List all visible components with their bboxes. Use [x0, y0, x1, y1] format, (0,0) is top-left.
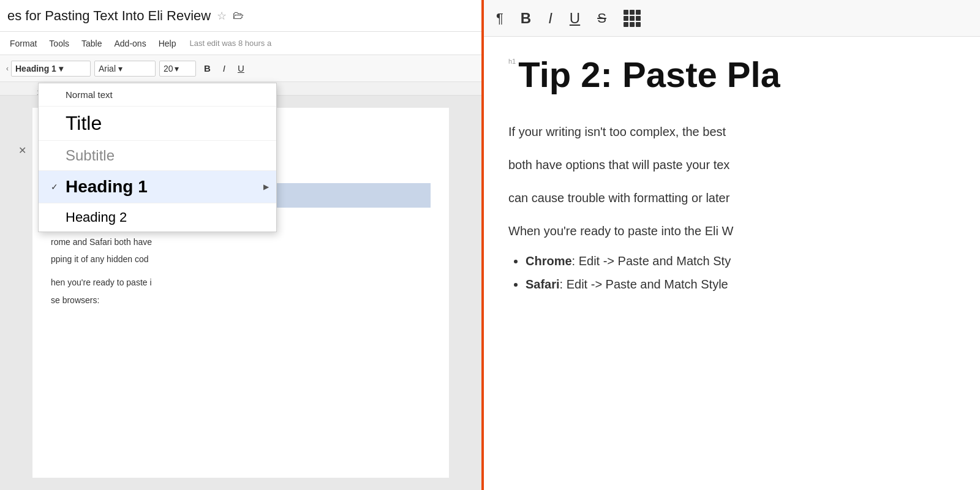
right-content-area: h1 Tip 2: Paste Pla If your writing isn'… — [484, 37, 980, 490]
font-size-label: 20 — [164, 64, 173, 74]
right-italic-button[interactable]: I — [548, 10, 552, 27]
menu-help[interactable]: Help — [154, 36, 181, 51]
bullet-bold-chrome: Chrome — [526, 254, 572, 268]
italic-button[interactable]: I — [219, 61, 230, 76]
bullet-rest-chrome: : Edit -> Paste and Match Sty — [572, 254, 731, 268]
font-dropdown-label: Arial — [99, 64, 116, 74]
google-docs-panel: es for Pasting Text Into Eli Review ☆ 🗁 … — [0, 0, 484, 490]
grid-dot — [624, 16, 628, 21]
dropdown-h2-label: Heading 2 — [66, 209, 127, 225]
title-bar: es for Pasting Text Into Eli Review ☆ 🗁 — [0, 0, 481, 32]
formatting-toolbar: ‹ Heading 1 ▾ Arial ▾ 20 ▾ B I U — [0, 55, 481, 82]
grid-dot — [630, 22, 635, 27]
dropdown-item-h1[interactable]: ✓ Heading 1 ▶ — [39, 171, 276, 203]
menu-bar: Format Tools Table Add-ons Help Last edi… — [0, 32, 481, 55]
right-toolbar: ¶ B I U S — [484, 0, 980, 37]
bullet-bold-safari: Safari — [526, 277, 560, 291]
heading-container: h1 Tip 2: Paste Pla — [508, 55, 956, 111]
doc-line: rome and Safari both have — [51, 235, 431, 249]
paragraph-icon[interactable]: ¶ — [496, 10, 503, 26]
right-body-para2: both have options that will paste your t… — [508, 154, 956, 175]
font-dropdown-chevron: ▾ — [118, 64, 123, 74]
document-title: es for Pasting Text Into Eli Review — [7, 8, 211, 24]
grid-dot — [624, 22, 628, 27]
dropdown-title-label: Title — [66, 113, 102, 134]
doc-line: pping it of any hidden cod — [51, 252, 431, 266]
grid-dot — [636, 22, 641, 27]
dropdown-subtitle-label: Subtitle — [66, 147, 115, 164]
grid-dot — [636, 16, 641, 21]
list-item: Safari: Edit -> Paste and Match Style — [526, 274, 956, 294]
doc-line: hen you're ready to paste i — [51, 276, 431, 289]
grid-icon[interactable] — [624, 10, 641, 27]
dropdown-normal-label: Normal text — [66, 89, 113, 100]
h1-label: h1 — [508, 58, 516, 65]
grid-dot — [630, 10, 635, 15]
bullet-list: Chrome: Edit -> Paste and Match Sty Safa… — [508, 251, 956, 294]
bullet-rest-safari: : Edit -> Paste and Match Style — [560, 277, 728, 291]
style-dropdown-button[interactable]: Heading 1 ▾ — [11, 61, 91, 77]
right-strike-button[interactable]: S — [597, 10, 606, 26]
dropdown-item-h2[interactable]: Heading 2 — [39, 203, 276, 232]
right-bold-button[interactable]: B — [521, 10, 531, 27]
grid-dot — [636, 10, 641, 15]
last-edit-status: Last edit was 8 hours a — [189, 39, 271, 48]
folder-icon[interactable]: 🗁 — [233, 9, 244, 22]
right-body-para4: When you're ready to paste into the Eli … — [508, 221, 956, 241]
font-size-dropdown[interactable]: 20 ▾ — [159, 61, 196, 77]
dropdown-item-subtitle[interactable]: Subtitle — [39, 141, 276, 171]
style-dropdown-label: Heading 1 — [15, 64, 56, 74]
style-dropdown-menu: Normal text Title Subtitle ✓ Heading 1 ▶… — [38, 83, 277, 232]
menu-table[interactable]: Table — [77, 36, 107, 51]
font-size-chevron: ▾ — [175, 64, 179, 74]
style-dropdown-chevron: ▾ — [59, 64, 63, 74]
menu-tools[interactable]: Tools — [44, 36, 74, 51]
dropdown-item-title[interactable]: Title — [39, 107, 276, 141]
list-item: Chrome: Edit -> Paste and Match Sty — [526, 251, 956, 271]
dropdown-h1-label: Heading 1 — [66, 177, 148, 197]
toolbar-chevron-left[interactable]: ‹ — [5, 62, 10, 75]
right-main-heading: Tip 2: Paste Pla — [518, 55, 780, 94]
menu-format[interactable]: Format — [5, 36, 42, 51]
star-icon[interactable]: ☆ — [217, 9, 227, 23]
checkmark-h1: ✓ — [51, 182, 61, 192]
h1-submenu-arrow: ▶ — [263, 183, 269, 191]
right-body-para3: can cause trouble with formatting or lat… — [508, 187, 956, 208]
close-button[interactable]: ✕ — [18, 145, 26, 156]
menu-addons[interactable]: Add-ons — [110, 36, 151, 51]
right-underline-button[interactable]: U — [570, 10, 580, 27]
grid-dot — [624, 10, 628, 15]
right-body-para1: If your writing isn't too complex, the b… — [508, 121, 956, 142]
doc-line: se browsers: — [51, 293, 431, 307]
underline-button[interactable]: U — [233, 61, 249, 76]
dropdown-item-normal[interactable]: Normal text — [39, 83, 276, 107]
grid-dot — [630, 16, 635, 21]
font-dropdown-button[interactable]: Arial ▾ — [94, 61, 156, 77]
eli-review-panel: ¶ B I U S h1 Tip 2: Paste Pla If your wr… — [484, 0, 980, 490]
bold-button[interactable]: B — [200, 61, 215, 76]
